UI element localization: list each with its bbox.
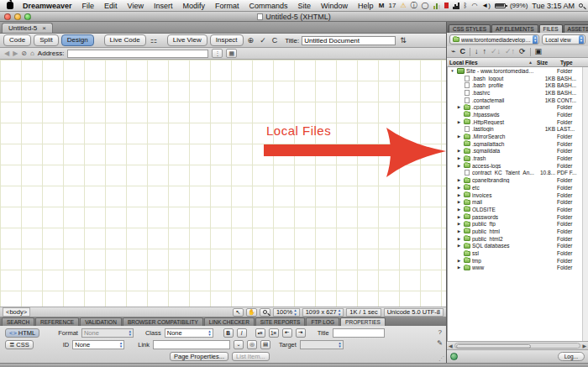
- file-row[interactable]: ▶tmpFolder: [448, 257, 582, 265]
- tab-ftp-log[interactable]: FTP LOG: [306, 317, 339, 326]
- file-row[interactable]: .bash_logout1KBBASH...: [448, 75, 582, 82]
- horizontal-scrollbar[interactable]: ◀ ▶: [447, 341, 588, 349]
- class-select[interactable]: None▴▾: [165, 328, 213, 338]
- target-select[interactable]: ▴▾: [300, 340, 344, 349]
- file-row[interactable]: ▶access-logsFolder: [448, 162, 582, 170]
- select-tool-icon[interactable]: ↖: [233, 308, 244, 317]
- file-row[interactable]: .bash_profile1KBBASH...: [448, 81, 582, 89]
- disclosure-expanded-icon[interactable]: ▼: [449, 69, 455, 73]
- meter-icon[interactable]: [433, 3, 440, 9]
- panel-tab-ap-elements[interactable]: AP ELEMENTS: [491, 24, 538, 33]
- disclosure-collapsed-icon[interactable]: ▶: [456, 193, 462, 197]
- split-view-button[interactable]: Split: [34, 34, 59, 46]
- put-files-icon[interactable]: ↑: [482, 48, 486, 55]
- disclosure-collapsed-icon[interactable]: ▶: [456, 200, 462, 204]
- zoom-tool-icon[interactable]: [260, 308, 270, 317]
- volume-icon[interactable]: ◄): [481, 3, 491, 9]
- view-select[interactable]: Local view ▴▾: [542, 34, 585, 45]
- menu-format[interactable]: Format: [210, 2, 244, 10]
- vertical-scrollbar[interactable]: [582, 67, 588, 341]
- menu-window[interactable]: Window: [316, 2, 353, 10]
- bold-button[interactable]: B: [223, 328, 234, 338]
- file-row[interactable]: ▶mailFolder: [448, 198, 582, 206]
- file-row[interactable]: contract_KC_Talent_An...10.8...PDF F...: [448, 170, 582, 177]
- menu-view[interactable]: View: [123, 2, 149, 10]
- window-size-select[interactable]: 1099 x 627▴▾: [302, 308, 344, 317]
- disclosure-collapsed-icon[interactable]: ▶: [456, 222, 462, 226]
- cpu-graph-icon[interactable]: [453, 3, 459, 9]
- file-row[interactable]: ▶.cpanelFolder: [448, 103, 582, 111]
- link-stepper-icon[interactable]: ⌄: [234, 340, 244, 349]
- ordered-list-button[interactable]: 1≡: [269, 328, 279, 338]
- validate-markup-icon[interactable]: ✓: [258, 36, 268, 45]
- file-row[interactable]: .contactemail1KBCONT...: [448, 97, 582, 104]
- file-row[interactable]: sslFolder: [448, 249, 582, 257]
- column-size[interactable]: Size: [537, 60, 560, 66]
- help-icon[interactable]: ?: [438, 328, 441, 336]
- disclosure-collapsed-icon[interactable]: ▶: [456, 134, 462, 139]
- tab-properties[interactable]: PROPERTIES: [340, 317, 386, 326]
- home-icon[interactable]: ⌂: [30, 50, 34, 57]
- tab-validation[interactable]: VALIDATION: [80, 317, 122, 326]
- scroll-left-icon[interactable]: ◀: [449, 343, 453, 349]
- point-to-file-icon[interactable]: ◎: [247, 340, 257, 349]
- forward-icon[interactable]: ▶: [13, 50, 18, 57]
- sort-ascending-icon[interactable]: ▲: [528, 60, 537, 65]
- check-in-icon[interactable]: ✓↑: [505, 48, 515, 55]
- refresh-icon[interactable]: C: [270, 36, 280, 45]
- disclosure-collapsed-icon[interactable]: ▶: [456, 149, 462, 153]
- outdent-button[interactable]: ⇤: [282, 328, 292, 338]
- scrollbar-thumb[interactable]: [456, 344, 531, 349]
- file-row[interactable]: .htpasswdsFolder: [448, 111, 582, 118]
- file-row[interactable]: .sqmailattachFolder: [448, 140, 582, 148]
- disclosure-collapsed-icon[interactable]: ▶: [456, 229, 462, 233]
- disclosure-collapsed-icon[interactable]: ▶: [456, 265, 462, 270]
- disclosure-collapsed-icon[interactable]: ▶: [456, 215, 462, 219]
- file-row[interactable]: ▶passwordsFolder: [448, 213, 582, 221]
- disclosure-collapsed-icon[interactable]: ▶: [456, 207, 462, 212]
- disclosure-collapsed-icon[interactable]: ▶: [456, 237, 462, 241]
- file-row[interactable]: ▶cpanelbrandingFolder: [448, 176, 582, 184]
- id-select[interactable]: None▴▾: [72, 340, 124, 349]
- connect-icon[interactable]: ⌁: [451, 48, 455, 55]
- hand-tool-icon[interactable]: ✋: [246, 308, 257, 317]
- code-navigator-icon[interactable]: ⚏: [149, 36, 159, 45]
- back-icon[interactable]: ◀: [4, 50, 9, 57]
- file-row[interactable]: ▶etcFolder: [448, 184, 582, 191]
- menu-edit[interactable]: Edit: [99, 2, 123, 10]
- close-tab-icon[interactable]: ×: [42, 24, 46, 32]
- tab-browser-compatibility[interactable]: BROWSER COMPATIBILITY: [123, 317, 203, 326]
- tab-link-checker[interactable]: LINK CHECKER: [204, 317, 255, 326]
- browse-folder-icon[interactable]: ▤: [260, 340, 270, 349]
- html-mode-button[interactable]: <> HTML: [5, 328, 39, 338]
- scrollbar-track[interactable]: [454, 343, 581, 349]
- menu-commands[interactable]: Commands: [244, 2, 292, 10]
- check-out-icon[interactable]: ✓↓: [491, 48, 501, 55]
- file-row[interactable]: ▶.MirrorSearchFolder: [448, 133, 582, 140]
- stop-icon[interactable]: ⊘: [21, 50, 27, 57]
- link-input[interactable]: [153, 340, 230, 349]
- wifi-icon[interactable]: ◠: [471, 3, 477, 9]
- column-local-files[interactable]: Local Files: [449, 60, 528, 66]
- live-view-button[interactable]: Live View: [167, 34, 207, 46]
- file-row[interactable]: ▶.trashFolder: [448, 155, 582, 162]
- menu-help[interactable]: Help: [353, 2, 379, 10]
- disclosure-collapsed-icon[interactable]: ▶: [456, 186, 462, 190]
- css-mode-button[interactable]: ≣ CSS: [5, 340, 34, 349]
- site-select[interactable]: www.torontomediadevelopme... ▴▾: [449, 34, 539, 45]
- disclosure-collapsed-icon[interactable]: ▶: [456, 105, 462, 109]
- refresh-files-icon[interactable]: C: [459, 48, 465, 55]
- tab-reference[interactable]: REFERENCE: [35, 317, 79, 326]
- inspect-button[interactable]: Inspect: [210, 34, 244, 46]
- apple-menu-icon[interactable]: [7, 2, 13, 9]
- bluetooth-icon[interactable]: ᛒ: [464, 3, 468, 9]
- page-properties-button[interactable]: Page Properties...: [170, 352, 228, 361]
- file-row[interactable]: ▶invoicesFolder: [448, 191, 582, 199]
- battery-icon[interactable]: [495, 3, 506, 8]
- file-row[interactable]: ▼Site - www.torontomediade...Folder: [448, 67, 582, 75]
- address-stepper-icon[interactable]: ⋮: [212, 49, 223, 58]
- tag-selector-body[interactable]: <body>: [3, 307, 30, 317]
- live-code-button[interactable]: Live Code: [104, 34, 146, 46]
- info-icon[interactable]: ⓘ: [411, 3, 417, 9]
- menu-file[interactable]: File: [77, 2, 100, 10]
